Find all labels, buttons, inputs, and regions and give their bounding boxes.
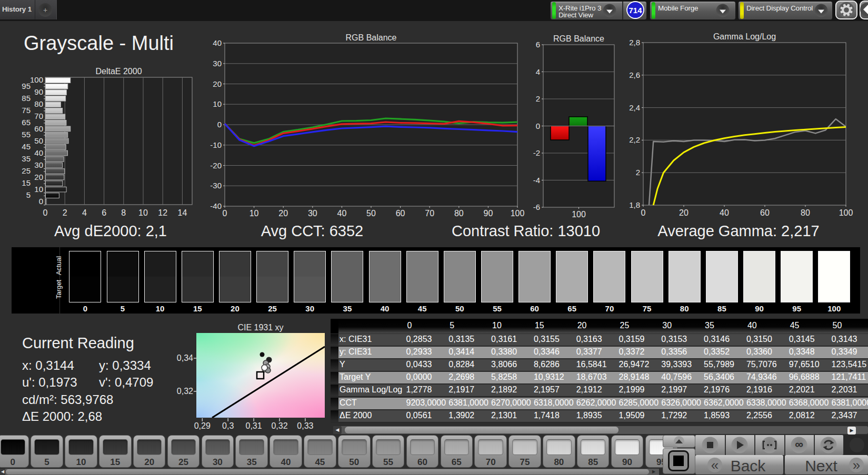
- svg-text:4: 4: [536, 67, 540, 76]
- svg-text:40: 40: [213, 38, 222, 47]
- svg-text:2: 2: [536, 94, 540, 103]
- svg-text:20: 20: [278, 209, 288, 218]
- svg-text:1,8: 1,8: [629, 200, 640, 209]
- svg-text:40: 40: [720, 208, 729, 217]
- svg-text:«: «: [711, 457, 719, 473]
- svg-text:20: 20: [213, 79, 222, 88]
- svg-text:60: 60: [760, 208, 770, 217]
- svg-text:-30: -30: [210, 181, 222, 190]
- svg-text:70: 70: [425, 209, 434, 218]
- svg-text:30: 30: [308, 209, 317, 218]
- svg-text:60: 60: [396, 209, 405, 218]
- svg-text:-4: -4: [533, 176, 540, 185]
- svg-text:0: 0: [223, 209, 227, 218]
- svg-text:50: 50: [366, 209, 376, 218]
- svg-text:90: 90: [484, 209, 493, 218]
- svg-text:0: 0: [536, 122, 540, 130]
- svg-text:-40: -40: [210, 201, 222, 210]
- svg-text:∞: ∞: [795, 438, 803, 451]
- svg-text:100: 100: [511, 209, 525, 218]
- svg-text:10: 10: [213, 99, 222, 108]
- svg-text:2,6: 2,6: [629, 70, 640, 79]
- svg-text:Gamma Log/Log: Gamma Log/Log: [713, 32, 776, 41]
- svg-text:»: »: [853, 457, 860, 473]
- svg-text:-2: -2: [533, 148, 540, 157]
- svg-text:30: 30: [213, 59, 222, 68]
- svg-text:100: 100: [839, 208, 853, 217]
- svg-text:0: 0: [217, 120, 222, 129]
- svg-text:80: 80: [454, 209, 464, 218]
- svg-text:100: 100: [572, 210, 586, 219]
- svg-text:2,8: 2,8: [629, 38, 640, 47]
- svg-text:-6: -6: [533, 203, 540, 211]
- svg-text:-10: -10: [210, 140, 222, 149]
- svg-text:0: 0: [641, 208, 646, 217]
- svg-text:RGB Balance: RGB Balance: [346, 33, 397, 42]
- svg-text:6: 6: [536, 40, 540, 49]
- svg-text:2: 2: [636, 168, 640, 177]
- svg-text:20: 20: [679, 208, 689, 217]
- svg-text:2,4: 2,4: [629, 103, 640, 112]
- svg-text:80: 80: [801, 208, 810, 217]
- svg-text:2,2: 2,2: [629, 135, 640, 144]
- svg-text:RGB Balance: RGB Balance: [553, 34, 604, 43]
- svg-text:40: 40: [337, 209, 347, 218]
- svg-text:-20: -20: [210, 161, 222, 170]
- svg-text:10: 10: [250, 209, 259, 218]
